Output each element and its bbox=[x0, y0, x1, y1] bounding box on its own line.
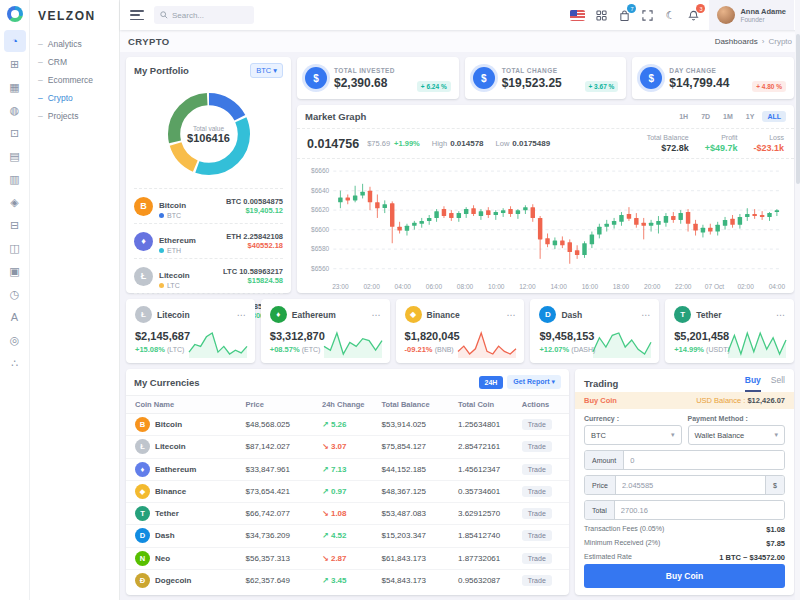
coin-name: Tether bbox=[696, 310, 721, 320]
range-button[interactable]: ALL bbox=[762, 111, 786, 122]
range-button[interactable]: 1M bbox=[718, 111, 738, 122]
high-value: 0.014578 bbox=[450, 139, 483, 148]
table-row: ŁLitecoin $87,142.027 ↘ 3.07 $75,854.127… bbox=[126, 436, 569, 458]
profit-value: +$49.7k bbox=[705, 143, 738, 153]
more-menu-icon[interactable]: ⋯ bbox=[506, 313, 515, 317]
rail-nav-icon[interactable]: ∴ bbox=[4, 352, 26, 374]
payment-method-select[interactable]: Wallet Balance▾ bbox=[688, 425, 786, 445]
rail-nav-icon[interactable]: ▣ bbox=[4, 260, 26, 282]
coin-icon: T bbox=[135, 506, 150, 521]
cart-icon[interactable]: 7 bbox=[617, 8, 631, 22]
trading-tab[interactable]: Sell bbox=[771, 375, 785, 392]
page-title: CRYPTO bbox=[128, 36, 169, 47]
portfolio-currency-select[interactable]: BTC ▾ bbox=[250, 63, 283, 78]
more-menu-icon[interactable]: ⋯ bbox=[237, 313, 246, 317]
rail-nav-icon[interactable]: ◫ bbox=[4, 237, 26, 259]
total-input[interactable] bbox=[615, 501, 784, 519]
svg-text:20:00: 20:00 bbox=[644, 283, 661, 290]
min-received-value: $7.85 bbox=[766, 539, 785, 548]
more-menu-icon[interactable]: ⋯ bbox=[641, 313, 650, 317]
hamburger-icon[interactable] bbox=[130, 10, 144, 20]
rail-nav-icon[interactable]: ▦ bbox=[4, 76, 26, 98]
change-value: 3.45 bbox=[331, 576, 347, 585]
coin-change: +08.57% bbox=[270, 345, 300, 354]
get-report-button[interactable]: Get Report ▾ bbox=[507, 375, 561, 389]
rail-nav-icon[interactable]: ⊡ bbox=[4, 122, 26, 144]
svg-text:16:00: 16:00 bbox=[582, 283, 599, 290]
fees-value: $1.08 bbox=[766, 525, 785, 534]
price-field: Price $ bbox=[584, 475, 785, 495]
portfolio-coin-row: Ł Litecoin LTC LTC 10.58963217 $15824.58 bbox=[134, 258, 283, 293]
sidebar-item[interactable]: Crypto bbox=[30, 89, 119, 107]
trade-button[interactable]: Trade bbox=[522, 553, 552, 564]
range-button[interactable]: 1H bbox=[674, 111, 693, 122]
coin-amount: BTC 0.00584875 bbox=[226, 197, 283, 206]
rail-nav-icon[interactable]: ◈ bbox=[4, 191, 26, 213]
page-content: My Portfolio BTC ▾ Total value $106416 bbox=[120, 52, 800, 600]
trade-button[interactable]: Trade bbox=[522, 464, 552, 475]
rail-nav-icon[interactable]: ◷ bbox=[4, 283, 26, 305]
buy-coin-banner: Buy Coin USD Balance : $12,426.07 bbox=[575, 392, 794, 409]
rail-nav-icon[interactable]: ◎ bbox=[4, 329, 26, 351]
amount-input[interactable] bbox=[624, 451, 784, 469]
more-menu-icon[interactable]: ⋯ bbox=[776, 313, 785, 317]
stat-card: $ TOTAL CHANGE $19,523.25 + 3.67 % bbox=[465, 57, 627, 99]
buy-coin-button[interactable]: Buy Coin bbox=[584, 564, 785, 588]
filter-24h-button[interactable]: 24H bbox=[479, 376, 504, 389]
rail-nav-icon[interactable]: ◍ bbox=[4, 99, 26, 121]
change-value: 4.52 bbox=[331, 531, 347, 540]
candles-svg: $6660$6640$6620$6600$6580$656023:0002:00… bbox=[303, 163, 788, 293]
rail-nav-icon[interactable]: ⊞ bbox=[4, 53, 26, 75]
range-button[interactable]: 1Y bbox=[741, 111, 760, 122]
brand-logo[interactable]: VELZON bbox=[30, 0, 119, 35]
price-input[interactable] bbox=[616, 476, 765, 494]
trading-tab[interactable]: Buy bbox=[745, 375, 761, 392]
more-menu-icon[interactable]: ⋯ bbox=[372, 313, 381, 317]
range-button[interactable]: 7D bbox=[696, 111, 715, 122]
total-coin: 3.62912570 bbox=[458, 509, 522, 518]
chevron-down-icon: ▾ bbox=[774, 431, 778, 439]
scrollbar[interactable] bbox=[795, 0, 800, 600]
breadcrumb-separator: › bbox=[762, 37, 765, 46]
total-balance: $53,487.083 bbox=[382, 509, 459, 518]
breadcrumb-root[interactable]: Dashboards bbox=[715, 37, 758, 46]
trade-button[interactable]: Trade bbox=[522, 486, 552, 497]
rail-icon-glyph: ▤ bbox=[9, 150, 19, 163]
total-balance: $15,203.347 bbox=[382, 531, 459, 540]
sidebar-item[interactable]: CRM bbox=[30, 53, 119, 71]
trade-button[interactable]: Trade bbox=[522, 441, 552, 452]
rail-nav-icon[interactable]: ▤ bbox=[4, 145, 26, 167]
sidebar-item[interactable]: Projects bbox=[30, 107, 119, 125]
coin-icon: T bbox=[674, 306, 691, 323]
rail-nav-icon[interactable]: ⊟ bbox=[4, 214, 26, 236]
rail-nav-icon[interactable]: ▥ bbox=[4, 168, 26, 190]
coin-name: Neo bbox=[155, 554, 170, 563]
stat-value: $14,799.44 bbox=[669, 76, 745, 90]
sidebar-item[interactable]: Analytics bbox=[30, 35, 119, 53]
portfolio-card: My Portfolio BTC ▾ Total value $106416 bbox=[126, 57, 291, 293]
trade-button[interactable]: Trade bbox=[522, 530, 552, 541]
topbar: 7 ☾ 3 Anna Adame Founder bbox=[120, 0, 800, 30]
logo-icon[interactable] bbox=[7, 6, 23, 22]
language-flag-icon[interactable] bbox=[570, 10, 585, 21]
amount-field: Amount bbox=[584, 450, 785, 470]
search-input[interactable] bbox=[172, 11, 248, 20]
trade-button[interactable]: Trade bbox=[522, 419, 552, 430]
breadcrumb-current: Crypto bbox=[768, 37, 792, 46]
notifications-bell-icon[interactable]: 3 bbox=[686, 8, 700, 22]
market-price-change: +1.99% bbox=[394, 139, 420, 148]
scrollbar-thumb[interactable] bbox=[796, 34, 800, 184]
sidebar-item[interactable]: Ecommerce bbox=[30, 71, 119, 89]
sidebar-item-label: Analytics bbox=[48, 39, 82, 49]
user-menu[interactable]: Anna Adame Founder bbox=[709, 0, 794, 30]
rail-nav-icon[interactable]: ◔ bbox=[4, 30, 26, 52]
coin-name: Bitcoin bbox=[155, 420, 182, 429]
fullscreen-icon[interactable] bbox=[640, 8, 654, 22]
currency-select[interactable]: BTC▾ bbox=[584, 425, 682, 445]
rail-nav-icon[interactable]: A bbox=[4, 306, 26, 328]
coin-value: $40552.18 bbox=[226, 241, 283, 250]
apps-grid-icon[interactable] bbox=[594, 8, 608, 22]
dark-mode-icon[interactable]: ☾ bbox=[663, 8, 677, 22]
trade-button[interactable]: Trade bbox=[522, 575, 552, 586]
trade-button[interactable]: Trade bbox=[522, 508, 552, 519]
